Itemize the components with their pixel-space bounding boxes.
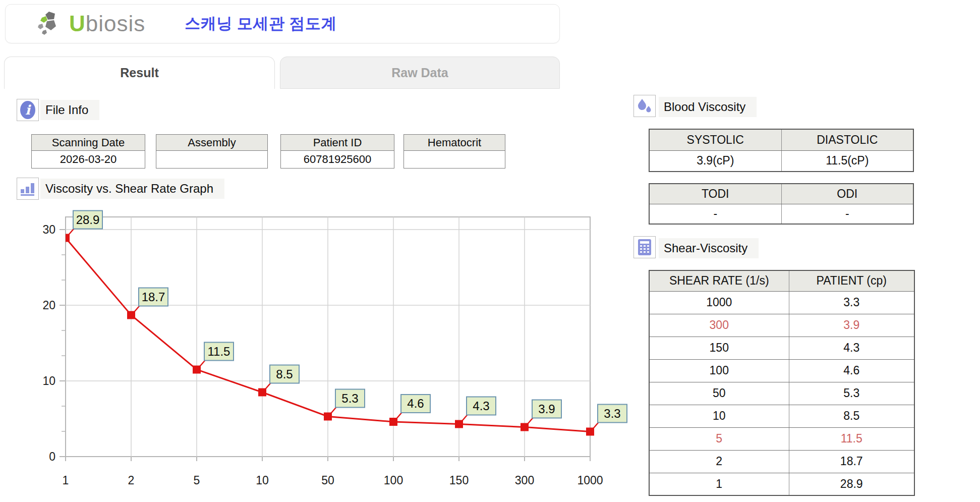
y-tick-label: 30	[42, 223, 55, 236]
shear-viscosity-row: 1504.3	[649, 337, 914, 359]
todi-odi-value-cell: -	[649, 204, 781, 224]
graph-section-title: Viscosity vs. Shear Rate Graph	[40, 179, 224, 199]
shear-viscosity-header-cell: SHEAR RATE (1/s)	[649, 270, 789, 291]
file-info-column-patient-id: Patient ID60781925600	[280, 134, 394, 169]
file-info-column-hematocrit: Hematocrit	[403, 134, 505, 169]
shear-viscosity-row: 10003.3	[649, 291, 914, 314]
tab-raw-data[interactable]: Raw Data	[280, 57, 560, 89]
ubiosis-logo-icon	[37, 11, 66, 37]
app-title: 스캐닝 모세관 점도계	[185, 13, 337, 34]
data-label-text: 5.3	[341, 392, 358, 405]
blood-viscosity-header-cell: SYSTOLIC	[649, 129, 781, 150]
data-label-text: 3.3	[604, 407, 620, 420]
shear-rate-cell: 5	[649, 427, 789, 450]
y-tick-label: 10	[42, 374, 55, 387]
ubiosis-logo-text: Ubiosis	[69, 11, 145, 36]
droplets-icon	[633, 95, 656, 117]
viscosity-shear-rate-chart: 01020301251050100150300100028.918.711.58…	[0, 202, 641, 502]
shear-viscosity-row: 1004.6	[649, 359, 914, 382]
file-info-column-assembly: Assembly	[156, 134, 268, 169]
shear-rate-cell: 300	[649, 314, 789, 337]
shear-viscosity-row: 505.3	[649, 382, 914, 405]
data-label-text: 8.5	[276, 367, 293, 381]
file-info-value-cell: 60781925600	[281, 151, 394, 169]
data-label-text: 11.5	[208, 345, 230, 358]
data-label-text: 4.3	[473, 399, 489, 413]
data-label-text: 18.7	[142, 290, 165, 304]
file-info-section-title: File Info	[40, 100, 99, 120]
shear-rate-cell: 1	[649, 473, 789, 495]
shear-rate-cell: 2	[649, 450, 789, 473]
x-tick-label: 100	[384, 474, 403, 487]
x-tick-label: 1	[63, 474, 69, 487]
patient-viscosity-cell: 3.3	[789, 291, 914, 314]
shear-viscosity-row: 218.7	[649, 450, 914, 473]
todi-odi-header-cell: TODI	[649, 184, 781, 204]
shear-viscosity-section-title: Shear-Viscosity	[659, 238, 759, 258]
scanning-viscometer-app: Ubiosis 스캐닝 모세관 점도계 ResultRaw Data i Fil…	[0, 0, 980, 502]
shear-viscosity-row: 511.5	[649, 427, 914, 450]
blood-viscosity-value-cell: 3.9(cP)	[649, 150, 781, 172]
patient-viscosity-cell: 8.5	[789, 405, 914, 427]
todi-odi-table: TODIODI--	[649, 183, 914, 225]
tab-result[interactable]: Result	[4, 57, 275, 89]
patient-viscosity-cell: 3.9	[789, 314, 914, 337]
shear-viscosity-header-cell: PATIENT (cp)	[789, 270, 914, 291]
todi-odi-value-cell: -	[781, 204, 913, 224]
file-info-header-cell: Patient ID	[281, 135, 394, 151]
x-tick-label: 2	[128, 474, 135, 487]
file-info-value-cell	[404, 151, 505, 169]
tab-bar: ResultRaw Data	[0, 57, 561, 89]
y-tick-label: 20	[42, 299, 55, 312]
logo-word-biosis: biosis	[86, 11, 146, 36]
file-info-header-cell: Assembly	[156, 135, 268, 151]
shear-rate-cell: 10	[649, 405, 789, 427]
x-tick-label: 150	[449, 474, 469, 487]
bar-chart-icon	[17, 178, 39, 200]
header: Ubiosis 스캐닝 모세관 점도계	[5, 4, 560, 43]
shear-viscosity-row: 128.9	[649, 473, 914, 495]
patient-viscosity-cell: 11.5	[789, 427, 914, 450]
chart-svg: 01020301251050100150300100028.918.711.58…	[0, 202, 641, 502]
x-tick-label: 300	[515, 474, 534, 487]
blood-viscosity-value-cell: 11.5(cP)	[781, 150, 913, 172]
patient-viscosity-cell: 4.6	[789, 359, 914, 382]
y-tick-label: 0	[49, 450, 55, 463]
shear-viscosity-row: 108.5	[649, 405, 914, 427]
patient-viscosity-cell: 5.3	[789, 382, 914, 405]
blood-viscosity-section-title: Blood Viscosity	[659, 97, 757, 117]
todi-odi-header-cell: ODI	[781, 184, 913, 204]
patient-viscosity-cell: 4.3	[789, 337, 914, 359]
shear-rate-cell: 150	[649, 337, 789, 359]
info-icon: i	[17, 99, 39, 121]
shear-viscosity-table: SHEAR RATE (1/s)PATIENT (cp)10003.33003.…	[649, 270, 915, 496]
file-info-header-cell: Hematocrit	[404, 135, 505, 151]
calculator-icon	[633, 236, 656, 258]
patient-viscosity-cell: 18.7	[789, 450, 914, 473]
file-info-value-cell	[156, 151, 268, 169]
logo-letter-u: U	[69, 11, 86, 36]
shear-rate-cell: 1000	[649, 291, 789, 314]
shear-rate-cell: 100	[649, 359, 789, 382]
file-info-column-scanning-date: Scanning Date2026-03-20	[31, 134, 145, 169]
x-tick-label: 5	[194, 474, 200, 487]
info-icon-glyph: i	[20, 101, 35, 119]
x-tick-label: 1000	[577, 474, 603, 487]
file-info-value-cell: 2026-03-20	[32, 151, 145, 169]
blood-viscosity-table: SYSTOLICDIASTOLIC3.9(cP)11.5(cP)	[649, 129, 914, 172]
x-tick-label: 50	[321, 474, 334, 487]
file-info-header-cell: Scanning Date	[32, 135, 145, 151]
ubiosis-logo: Ubiosis	[37, 11, 145, 37]
data-label-text: 3.9	[538, 402, 555, 416]
data-label-text: 4.6	[407, 397, 424, 410]
blood-viscosity-header-cell: DIASTOLIC	[781, 129, 913, 150]
shear-rate-cell: 50	[649, 382, 789, 405]
patient-viscosity-cell: 28.9	[789, 473, 914, 495]
data-label-text: 28.9	[76, 213, 100, 227]
x-tick-label: 10	[256, 474, 269, 487]
shear-viscosity-row: 3003.9	[649, 314, 914, 337]
